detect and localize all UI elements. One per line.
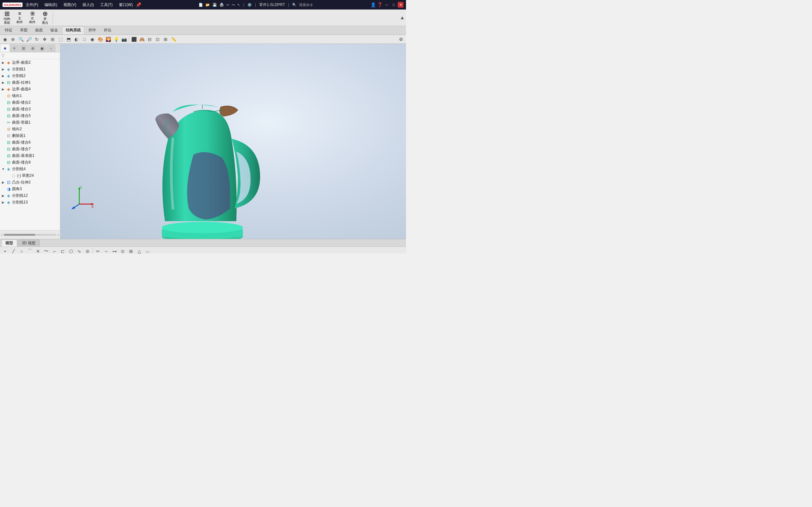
draw-slot-icon[interactable]: ⊏	[59, 247, 67, 254]
tree-item[interactable]: ⊟ 曲面-缝合6	[0, 139, 60, 146]
tree-expand-icon[interactable]: ▶	[1, 201, 5, 204]
draw-spline-icon[interactable]: ∿	[75, 247, 83, 254]
menu-file[interactable]: 文件(F)	[24, 2, 39, 8]
draw-trim-icon[interactable]: ✂	[94, 247, 102, 254]
viewport[interactable]: Y X	[60, 44, 406, 239]
tab-sheetmetal[interactable]: 钣金	[47, 26, 61, 34]
tree-item[interactable]: ◑ 圆角3	[0, 186, 60, 192]
tree-item[interactable]: ▶ ◈ 边界-曲面2	[0, 59, 60, 66]
sidebar-scrollbar[interactable]	[4, 234, 56, 236]
bottom-tab-model[interactable]: 模型	[1, 239, 17, 246]
hide-bodies-icon[interactable]: 🙈	[138, 36, 146, 43]
toolbar-collapse[interactable]: ▲	[400, 15, 405, 20]
minimize-button[interactable]: ─	[384, 2, 390, 8]
tree-expand-icon[interactable]: ▶	[1, 67, 5, 71]
section-icons[interactable]: ⊟	[146, 36, 154, 43]
sidebar-tab-color[interactable]: ◉	[38, 44, 46, 52]
tree-item[interactable]: ⊟ 曲面-缝合5	[0, 112, 60, 119]
draw-line-icon[interactable]: ╱	[9, 247, 17, 254]
tree-item[interactable]: ⊙ 镜向2	[0, 126, 60, 132]
menu-insert[interactable]: 插入(I)	[81, 2, 95, 8]
user-icon[interactable]: 👤	[370, 2, 376, 7]
draw-circle-icon[interactable]: ○	[18, 247, 26, 254]
bottom-tab-3d-view[interactable]: 3D 视图	[18, 239, 40, 246]
tab-weldments[interactable]: 焊件	[85, 26, 100, 34]
draw-mirror-icon[interactable]: ⊙	[119, 247, 126, 254]
draw-constraint-icon[interactable]: ⊶	[111, 247, 118, 254]
draw-freehand-icon[interactable]: 〜	[43, 247, 50, 254]
tab-features[interactable]: 特征	[1, 26, 16, 34]
tree-item[interactable]: ⊟ 删除面1	[0, 132, 60, 139]
tree-item[interactable]: ⊟ 曲面-缝合2	[0, 99, 60, 106]
draw-ellipse-icon[interactable]: ⊘	[84, 247, 91, 254]
menu-edit[interactable]: 编辑(E)	[43, 2, 58, 8]
display-style-icon[interactable]: □	[81, 36, 88, 43]
render-icon[interactable]: 🎨	[96, 36, 104, 43]
tree-item[interactable]: ▶ ◈ 边界-曲面4	[0, 86, 60, 93]
tree-expand-icon[interactable]: ▶	[1, 61, 5, 64]
toolbar-secondary-member[interactable]: ⊞ 次构件	[27, 10, 38, 25]
undo-icon[interactable]: ↩	[226, 3, 229, 7]
tree-item[interactable]: ▶ ⊟ 曲面-拉伸1	[0, 79, 60, 86]
sidebar-scroll-left[interactable]: ‹	[1, 233, 3, 237]
tree-item[interactable]: ▼ ◈ 分割线4	[0, 166, 60, 172]
toolbar-pierce-point[interactable]: ⊕ 穿透点	[39, 10, 51, 25]
smart-filter-icon[interactable]: ◉	[1, 36, 9, 43]
help-icon[interactable]: ❓	[377, 2, 383, 7]
draw-dot-icon[interactable]: •	[1, 247, 9, 254]
search-icon-title[interactable]: 🔍	[292, 3, 297, 7]
tree-expand-icon[interactable]: ▶	[1, 88, 5, 91]
draw-xline-icon[interactable]: ✕	[34, 247, 42, 254]
zoom-to-fit-icon[interactable]: ⊕	[9, 36, 17, 43]
toolbar-structure-system[interactable]: ⊞ 结构系统	[1, 10, 13, 25]
tree-expand-icon[interactable]: ▶	[1, 194, 5, 198]
hide-show-icon[interactable]: ◉	[89, 36, 96, 43]
draw-arc2-icon[interactable]: ⌓	[144, 247, 151, 254]
zoom-out-icon[interactable]: 🔎	[25, 36, 33, 43]
redo-icon[interactable]: ↪	[232, 3, 235, 7]
settings-icon[interactable]: ⚙	[397, 36, 405, 43]
sidebar-tab-coord[interactable]: ⊕	[28, 44, 37, 52]
measure-icon[interactable]: 📏	[170, 36, 177, 43]
select-icon[interactable]: ↖	[237, 3, 240, 7]
search-command-input[interactable]: 搜索命令	[299, 3, 313, 7]
sidebar-tab-more[interactable]: ›	[47, 44, 55, 52]
view-orientation-icon[interactable]: ⬚	[57, 36, 64, 43]
unpin-icon[interactable]: 📌	[136, 2, 141, 7]
draw-pattern-icon[interactable]: ⊞	[127, 247, 135, 254]
new-file-icon[interactable]: 📄	[199, 3, 203, 7]
rotate-view-icon[interactable]: ↻	[33, 36, 41, 43]
sidebar-scroll-right[interactable]: ›	[57, 233, 59, 237]
tab-surface[interactable]: 曲面	[32, 26, 46, 34]
sidebar-tab-layout[interactable]: ⊞	[19, 44, 28, 52]
tab-evaluate[interactable]: 评估	[100, 26, 115, 34]
draw-rect-icon[interactable]: ⌐	[51, 247, 58, 254]
tree-item[interactable]: ⊟ 曲面-缝合8	[0, 159, 60, 166]
options-icon[interactable]: ⚙️	[247, 3, 252, 7]
tab-sketch[interactable]: 草图	[16, 26, 31, 34]
section-view-icon[interactable]: ⬒	[65, 36, 72, 43]
scene-icon[interactable]: 🌄	[104, 36, 112, 43]
zoom-in-icon[interactable]: 🔍	[17, 36, 25, 43]
tree-item[interactable]: ▶ ◈ 分割线1	[0, 66, 60, 72]
tree-expand-icon[interactable]: ▶	[1, 81, 5, 84]
draw-polygon-icon[interactable]: ⬡	[67, 247, 75, 254]
tree-item[interactable]: ⊟ 曲面-缝合3	[0, 106, 60, 112]
tree-item[interactable]: ⊟ 曲面-基准面1	[0, 153, 60, 159]
camera-icon[interactable]: 📷	[120, 36, 128, 43]
tree-expand-icon[interactable]: ▶	[1, 181, 5, 184]
more-icons[interactable]: ⊡	[154, 36, 161, 43]
save-icon[interactable]: 💾	[212, 3, 217, 7]
draw-arc-icon[interactable]: ⌒	[26, 247, 34, 254]
sidebar-tab-list[interactable]: ≡	[10, 44, 19, 52]
tree-item[interactable]: ▶ ◈ 分割线2	[0, 72, 60, 79]
tree-expand-icon[interactable]: ▼	[1, 167, 5, 171]
tree-expand-icon[interactable]: ▶	[1, 74, 5, 78]
draw-smart-dim-icon[interactable]: ↔	[102, 247, 110, 254]
appearance-icon[interactable]: ◐	[72, 36, 80, 43]
zoom-area-icon[interactable]: ⊞	[49, 36, 56, 43]
menu-tools[interactable]: 工具(T)	[99, 2, 114, 8]
collapse-icon[interactable]: ▲	[400, 15, 405, 20]
tree-item[interactable]: ✂ 曲面-剪裁1	[0, 119, 60, 126]
menu-view[interactable]: 视图(V)	[62, 2, 78, 8]
